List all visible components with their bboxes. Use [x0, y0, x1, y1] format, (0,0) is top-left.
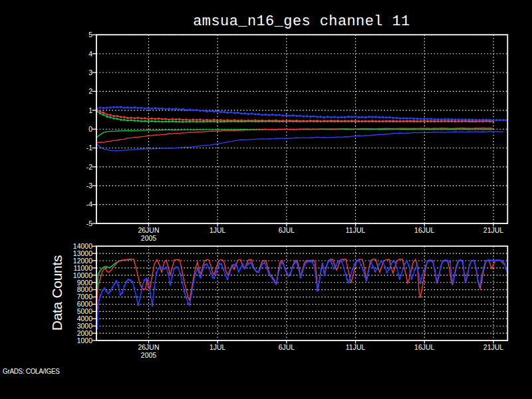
svg-text:21JUL: 21JUL	[483, 343, 504, 351]
svg-text:GrADS: COLA/IGES: GrADS: COLA/IGES	[3, 368, 60, 375]
svg-text:11000: 11000	[74, 264, 93, 272]
svg-text:-3: -3	[86, 182, 92, 190]
svg-text:-2: -2	[86, 163, 92, 171]
svg-text:2: 2	[88, 87, 92, 95]
svg-text:3: 3	[88, 68, 92, 76]
svg-text:4000: 4000	[77, 315, 93, 323]
svg-text:0: 0	[88, 125, 92, 133]
svg-text:3000: 3000	[77, 322, 93, 330]
svg-text:-5: -5	[86, 219, 92, 227]
svg-text:5000: 5000	[77, 307, 93, 315]
svg-text:9000: 9000	[77, 279, 93, 287]
svg-text:1000: 1000	[77, 336, 93, 344]
svg-text:7000: 7000	[77, 293, 93, 301]
svg-text:21JUL: 21JUL	[483, 226, 504, 234]
svg-text:amsua_n16_ges channel 11: amsua_n16_ges channel 11	[193, 13, 410, 30]
svg-text:6000: 6000	[77, 300, 93, 308]
svg-text:2005: 2005	[141, 351, 157, 359]
svg-text:2005: 2005	[141, 234, 157, 242]
svg-text:16JUL: 16JUL	[414, 226, 435, 234]
svg-text:14000: 14000	[73, 242, 92, 250]
svg-text:26JUN: 26JUN	[138, 343, 159, 351]
svg-text:1JUL: 1JUL	[209, 226, 226, 234]
svg-text:11JUL: 11JUL	[346, 226, 366, 234]
svg-text:4: 4	[88, 50, 92, 58]
svg-text:1: 1	[88, 106, 92, 114]
svg-text:6JUL: 6JUL	[279, 226, 295, 234]
svg-text:8000: 8000	[77, 285, 93, 293]
svg-text:5: 5	[88, 31, 92, 39]
svg-text:6JUL: 6JUL	[279, 343, 295, 351]
svg-text:Data Counts: Data Counts	[49, 255, 65, 331]
svg-text:13000: 13000	[73, 249, 92, 257]
svg-text:11JUL: 11JUL	[346, 343, 366, 351]
svg-text:12000: 12000	[73, 257, 92, 265]
svg-text:16JUL: 16JUL	[414, 343, 435, 351]
svg-text:2000: 2000	[77, 329, 93, 337]
svg-text:-4: -4	[86, 200, 92, 208]
svg-text:26JUN: 26JUN	[138, 226, 159, 234]
svg-text:-1: -1	[86, 144, 92, 152]
svg-text:1JUL: 1JUL	[209, 343, 226, 351]
svg-text:10000: 10000	[73, 271, 92, 279]
